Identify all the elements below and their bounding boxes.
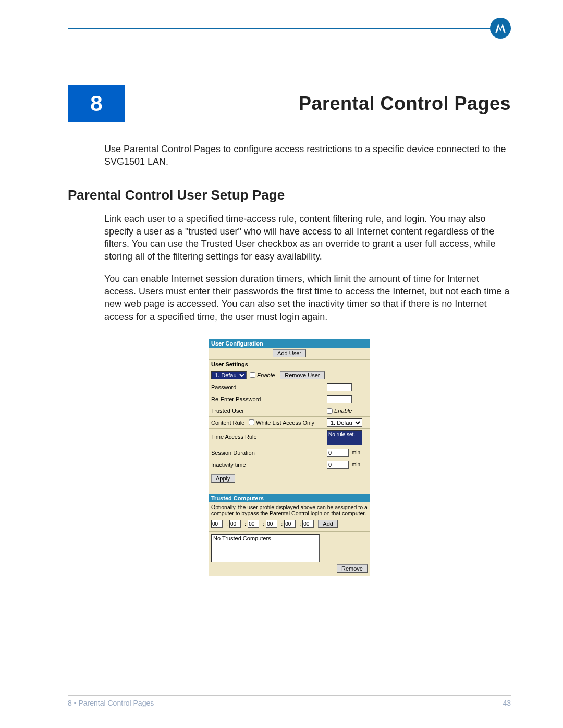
add-user-button[interactable]: Add User — [273, 349, 306, 357]
motorola-logo-icon — [490, 18, 511, 39]
apply-button[interactable]: Apply — [211, 474, 235, 483]
mac-octet-1[interactable] — [211, 520, 223, 528]
chapter-title: Parental Control Pages — [144, 93, 511, 115]
trusted-computers-description: Optionally, the user profile displayed a… — [209, 502, 370, 518]
mac-octet-5[interactable] — [284, 520, 296, 528]
minutes-unit: min — [352, 450, 360, 455]
content-rule-select[interactable]: 1. Default — [327, 418, 362, 427]
remove-mac-button[interactable]: Remove — [337, 564, 368, 573]
mac-octet-3[interactable] — [248, 520, 259, 528]
body-paragraph-1: Link each user to a specified time-acces… — [104, 213, 511, 263]
trusted-user-label: Trusted User — [211, 408, 327, 414]
remove-user-button[interactable]: Remove User — [280, 371, 324, 379]
time-access-rule-label: Time Access Rule — [211, 430, 327, 440]
session-duration-input[interactable] — [327, 449, 349, 457]
panel-header-user-configuration: User Configuration — [209, 339, 370, 348]
footer-left: 8 • Parental Control Pages — [68, 699, 154, 707]
mac-octet-4[interactable] — [266, 520, 277, 528]
body-paragraph-2: You can enable Internet session duration… — [104, 273, 511, 323]
user-select[interactable]: 1. Default — [211, 371, 247, 379]
white-list-checkbox[interactable]: White List Access Only — [249, 419, 314, 426]
trusted-user-enable-checkbox[interactable]: Enable — [327, 408, 352, 414]
time-access-rule-listbox[interactable]: No rule set. — [327, 430, 362, 445]
section-heading: Parental Control User Setup Page — [68, 187, 511, 203]
reenter-password-label: Re-Enter Password — [211, 396, 327, 402]
inactivity-time-label: Inactivity time — [211, 462, 327, 468]
mac-octet-6[interactable] — [302, 520, 314, 528]
footer-page-number: 43 — [503, 699, 511, 707]
add-mac-button[interactable]: Add — [318, 520, 338, 528]
minutes-unit: min — [352, 462, 360, 467]
user-enable-checkbox[interactable]: Enable — [250, 372, 275, 378]
user-setup-panel: User Configuration Add User User Setting… — [209, 339, 370, 576]
intro-paragraph: Use Parental Control Pages to configure … — [104, 143, 511, 168]
trusted-computers-listbox[interactable]: No Trusted Computers — [211, 534, 320, 562]
inactivity-time-input[interactable] — [327, 461, 349, 469]
reenter-password-input[interactable] — [327, 395, 352, 403]
password-label: Password — [211, 384, 327, 390]
chapter-number-box: 8 — [68, 85, 125, 122]
password-input[interactable] — [327, 383, 352, 391]
content-rule-label: Content Rule — [211, 419, 244, 426]
panel-header-trusted-computers: Trusted Computers — [209, 494, 370, 502]
session-duration-label: Session Duration — [211, 450, 327, 456]
panel-subheader-user-settings: User Settings — [209, 360, 370, 369]
mac-octet-2[interactable] — [229, 520, 241, 528]
